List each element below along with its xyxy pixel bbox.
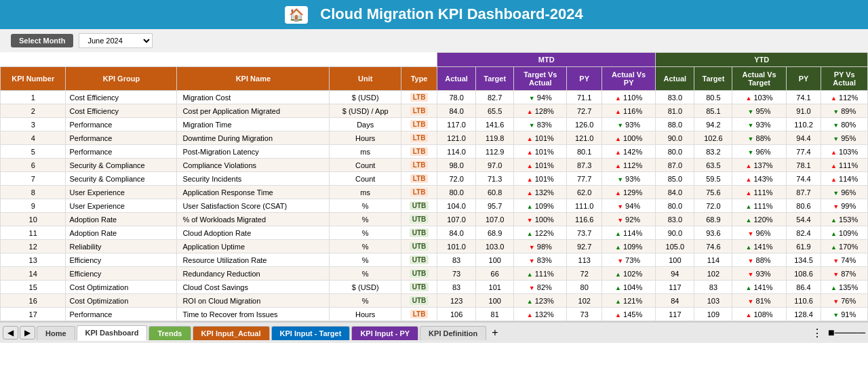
month-dropdown[interactable]: June 2024 May 2024 April 2024 March 2024 <box>79 33 153 48</box>
cell-unit: % <box>330 213 401 226</box>
cell-kpi-name: ROI on Cloud Migration <box>177 294 330 308</box>
tab-scroll-indicator: ■──── <box>828 327 865 339</box>
col-ytd-actual: Actual <box>656 67 694 91</box>
ytd-header: YTD <box>656 53 868 67</box>
cell-ytd-target: 103 <box>694 294 732 308</box>
tab-kpi-input-py[interactable]: KPI Input - PY <box>351 326 418 340</box>
add-tab-btn[interactable]: + <box>488 327 502 339</box>
cell-type: LTB <box>401 308 437 321</box>
cell-mtd-target: 65.5 <box>476 104 514 118</box>
cell-kpi-name: % of Workloads Migrated <box>177 213 330 226</box>
cell-mtd-actual: 83 <box>437 253 476 267</box>
cell-mtd-avspy: ▲ 100% <box>602 131 656 145</box>
cell-ytd-avst: ▲ 108% <box>732 308 786 321</box>
cell-kpi-group: Cost Optimization <box>66 281 177 294</box>
cell-ytd-py: 134.5 <box>786 253 821 267</box>
table-row: 16 Cost Optimization ROI on Cloud Migrat… <box>1 294 868 308</box>
cell-unit: ms <box>330 145 401 159</box>
tab-home[interactable]: Home <box>37 326 75 340</box>
cell-unit: % <box>330 253 401 267</box>
cell-mtd-py: 77.7 <box>567 172 602 186</box>
table-row: 17 Performance Time to Recover from Issu… <box>1 308 868 321</box>
table-row: 9 User Experience User Satisfaction Scor… <box>1 199 868 213</box>
cell-mtd-py: 80 <box>567 281 602 294</box>
table-row: 7 Security & Compliance Security Inciden… <box>1 172 868 186</box>
cell-kpi-group: User Experience <box>66 199 177 213</box>
cell-mtd-actual: 123 <box>437 294 476 308</box>
home-logo[interactable]: 🏠 <box>285 6 308 24</box>
cell-unit: % <box>330 267 401 281</box>
cell-ytd-py: 110.2 <box>786 118 821 131</box>
cell-ytd-pvsa: ▼ 80% <box>821 118 868 131</box>
cell-type: LTB <box>401 159 437 172</box>
cell-ytd-py: 94.4 <box>786 131 821 145</box>
tab-kpi-input-target[interactable]: KPI Input - Target <box>271 326 351 340</box>
table-row: 2 Cost Efficiency Cost per Application M… <box>1 104 868 118</box>
app-container: 🏠 Cloud Migration KPI Dashboard-2024 Sel… <box>0 0 868 343</box>
cell-mtd-target: 60.8 <box>476 186 514 199</box>
cell-type: UTB <box>401 240 437 253</box>
tab-prev-btn[interactable]: ◀ <box>3 326 18 340</box>
cell-kpi-name: Time to Recover from Issues <box>177 308 330 321</box>
cell-ytd-py: 110.6 <box>786 294 821 308</box>
tab-more-btn[interactable]: ⋮ <box>808 327 827 340</box>
cell-kpi-name: Cloud Adoption Rate <box>177 226 330 240</box>
cell-unit: Days <box>330 118 401 131</box>
cell-unit: Hours <box>330 308 401 321</box>
cell-type: LTB <box>401 131 437 145</box>
cell-ytd-actual: 83.0 <box>656 213 694 226</box>
cell-mtd-avspy: ▲ 109% <box>602 240 656 253</box>
cell-ytd-py: 61.9 <box>786 240 821 253</box>
cell-mtd-target: 103.0 <box>476 240 514 253</box>
cell-mtd-avspy: ▲ 110% <box>602 91 656 104</box>
cell-kpi-name: User Satisfaction Score (CSAT) <box>177 199 330 213</box>
cell-ytd-pvsa: ▲ 114% <box>821 172 868 186</box>
cell-ytd-avst: ▲ 137% <box>732 159 786 172</box>
cell-ytd-target: 74.6 <box>694 240 732 253</box>
cell-mtd-tva: ▲ 109% <box>514 199 567 213</box>
table-row: 5 Performance Post-Migration Latency ms … <box>1 145 868 159</box>
cell-ytd-avst: ▲ 103% <box>732 91 786 104</box>
cell-unit: Count <box>330 159 401 172</box>
col-header-row: KPI Number KPI Group KPI Name Unit Type … <box>1 67 868 91</box>
cell-ytd-actual: 117 <box>656 308 694 321</box>
cell-kpi-num: 2 <box>1 104 66 118</box>
col-ytd-target: Target <box>694 67 732 91</box>
cell-ytd-actual: 88.0 <box>656 118 694 131</box>
cell-kpi-group: Security & Compliance <box>66 172 177 186</box>
cell-kpi-name: Migration Cost <box>177 91 330 104</box>
cell-ytd-py: 108.6 <box>786 267 821 281</box>
cell-ytd-actual: 80.0 <box>656 199 694 213</box>
cell-mtd-avspy: ▼ 73% <box>602 253 656 267</box>
cell-kpi-group: Adoption Rate <box>66 213 177 226</box>
col-unit: Unit <box>330 67 401 91</box>
cell-mtd-actual: 83 <box>437 281 476 294</box>
tab-trends[interactable]: Trends <box>149 326 191 340</box>
cell-kpi-name: Migration Time <box>177 118 330 131</box>
col-mtd-target: Target <box>476 67 514 91</box>
cell-ytd-py: 82.4 <box>786 226 821 240</box>
cell-mtd-actual: 84.0 <box>437 104 476 118</box>
table-row: 12 Reliability Application Uptime % UTB … <box>1 240 868 253</box>
cell-mtd-tva: ▲ 122% <box>514 226 567 240</box>
cell-mtd-tva: ▲ 123% <box>514 294 567 308</box>
tab-kpi-dashboard[interactable]: KPI Dashboard <box>77 325 148 341</box>
page-header: 🏠 Cloud Migration KPI Dashboard-2024 <box>0 0 868 29</box>
cell-mtd-avspy: ▲ 116% <box>602 104 656 118</box>
page-title: Cloud Migration KPI Dashboard-2024 <box>320 5 583 22</box>
cell-mtd-target: 112.9 <box>476 145 514 159</box>
tab-next-btn[interactable]: ▶ <box>20 326 35 340</box>
tab-kpi-definition[interactable]: KPI Definition <box>420 326 486 340</box>
cell-ytd-actual: 90.0 <box>656 226 694 240</box>
cell-kpi-num: 4 <box>1 131 66 145</box>
cell-mtd-target: 97.0 <box>476 159 514 172</box>
cell-unit: $ (USD) / App <box>330 104 401 118</box>
cell-kpi-num: 9 <box>1 199 66 213</box>
cell-kpi-num: 17 <box>1 308 66 321</box>
cell-ytd-pvsa: ▲ 103% <box>821 145 868 159</box>
cell-mtd-py: 80.1 <box>567 145 602 159</box>
cell-kpi-group: Reliability <box>66 240 177 253</box>
cell-mtd-actual: 104.0 <box>437 199 476 213</box>
cell-mtd-py: 62.0 <box>567 186 602 199</box>
tab-kpi-input-actual[interactable]: KPI Input_Actual <box>193 326 270 340</box>
